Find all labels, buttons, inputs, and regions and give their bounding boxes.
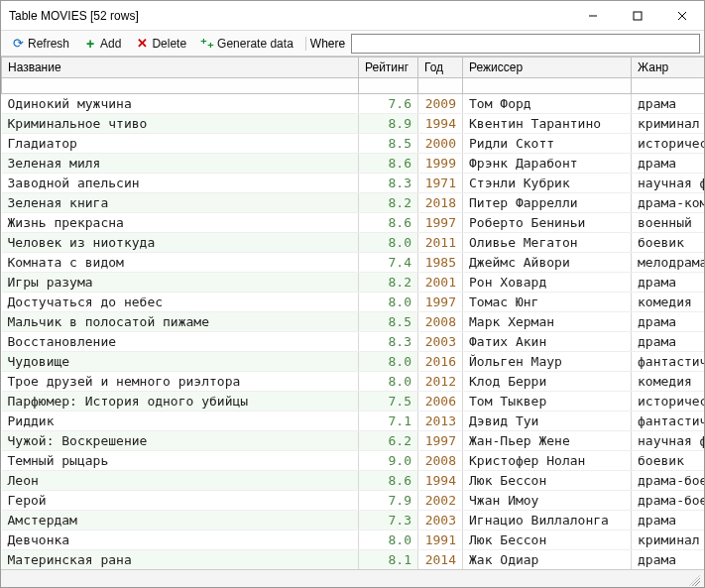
cell-rating[interactable]: 8.1 bbox=[359, 550, 418, 570]
cell-rating[interactable]: 9.0 bbox=[359, 451, 418, 471]
cell-title[interactable]: Восстановление bbox=[2, 332, 359, 352]
cell-year[interactable]: 2013 bbox=[418, 412, 463, 431]
cell-genre[interactable]: драма-боеви bbox=[632, 471, 705, 491]
cell-rating[interactable]: 7.1 bbox=[359, 412, 418, 431]
cell-year[interactable]: 2018 bbox=[418, 193, 463, 213]
table-row[interactable]: Заводной апельсин8.31971Стэнли Кубрикнау… bbox=[2, 174, 705, 193]
col-header-director[interactable]: Режиссер bbox=[463, 58, 632, 78]
cell-rating[interactable]: 8.2 bbox=[359, 273, 418, 293]
maximize-button[interactable] bbox=[615, 1, 659, 30]
table-row[interactable]: Материнская рана8.12014Жак Одиардрама bbox=[2, 550, 705, 570]
cell-director[interactable]: Чжан Имоу bbox=[463, 491, 632, 511]
cell-genre[interactable]: фантастичес bbox=[632, 352, 705, 372]
table-row[interactable]: Жизнь прекрасна8.61997Роберто Бениньивое… bbox=[2, 213, 705, 233]
cell-title[interactable]: Парфюмер: История одного убийцы bbox=[2, 392, 359, 412]
cell-title[interactable]: Темный рыцарь bbox=[2, 451, 359, 471]
cell-genre[interactable]: драма bbox=[632, 94, 705, 114]
cell-rating[interactable]: 8.6 bbox=[359, 154, 418, 174]
cell-genre[interactable]: боевик bbox=[632, 451, 705, 471]
minimize-button[interactable] bbox=[570, 1, 615, 30]
cell-year[interactable]: 2003 bbox=[418, 511, 463, 530]
cell-director[interactable]: Том Форд bbox=[463, 94, 632, 114]
cell-genre[interactable]: комедия bbox=[632, 293, 705, 312]
cell-year[interactable]: 1997 bbox=[418, 213, 463, 233]
cell-year[interactable]: 2014 bbox=[418, 550, 463, 570]
cell-year[interactable]: 2008 bbox=[418, 312, 463, 332]
cell-director[interactable]: Люк Бессон bbox=[463, 471, 632, 491]
table-row[interactable]: Достучаться до небес8.01997Томас Юнгкоме… bbox=[2, 293, 705, 312]
cell-title[interactable]: Чудовище bbox=[2, 352, 359, 372]
data-grid[interactable]: Название Рейтинг Год Режиссер Жанр Одино… bbox=[1, 57, 704, 569]
table-row[interactable]: Герой7.92002Чжан Имоудрама-боеви bbox=[2, 491, 705, 511]
cell-genre[interactable]: драма-боеви bbox=[632, 491, 705, 511]
cell-director[interactable]: Стэнли Кубрик bbox=[463, 174, 632, 193]
cell-genre[interactable]: фантастичес bbox=[632, 412, 705, 431]
cell-year[interactable]: 1997 bbox=[418, 293, 463, 312]
table-row[interactable]: Восстановление8.32003Фатих Акиндрама bbox=[2, 332, 705, 352]
cell-title[interactable]: Зеленая миля bbox=[2, 154, 359, 174]
col-header-rating[interactable]: Рейтинг bbox=[359, 58, 418, 78]
table-row[interactable]: Парфюмер: История одного убийцы7.52006То… bbox=[2, 392, 705, 412]
cell-title[interactable]: Гладиатор bbox=[2, 134, 359, 154]
cell-title[interactable]: Криминальное чтиво bbox=[2, 114, 359, 134]
filter-director[interactable] bbox=[463, 78, 632, 94]
cell-genre[interactable]: боевик bbox=[632, 233, 705, 253]
cell-director[interactable]: Кристофер Нолан bbox=[463, 451, 632, 471]
cell-director[interactable]: Йольген Маур bbox=[463, 352, 632, 372]
cell-title[interactable]: Трое друзей и немного риэлтора bbox=[2, 372, 359, 392]
cell-director[interactable]: Игнацио Виллалонга bbox=[463, 511, 632, 530]
table-row[interactable]: Темный рыцарь9.02008Кристофер Ноланбоеви… bbox=[2, 451, 705, 471]
generate-data-button[interactable]: ⁺₊ Generate data bbox=[194, 34, 299, 54]
cell-genre[interactable]: военный bbox=[632, 213, 705, 233]
cell-director[interactable]: Жак Одиар bbox=[463, 550, 632, 570]
cell-genre[interactable]: драма bbox=[632, 312, 705, 332]
table-row[interactable]: Зеленая миля8.61999Фрэнк Дарабонтдрама bbox=[2, 154, 705, 174]
cell-title[interactable]: Достучаться до небес bbox=[2, 293, 359, 312]
cell-director[interactable]: Джеймс Айвори bbox=[463, 253, 632, 273]
cell-title[interactable]: Герой bbox=[2, 491, 359, 511]
cell-title[interactable]: Заводной апельсин bbox=[2, 174, 359, 193]
cell-rating[interactable]: 6.2 bbox=[359, 431, 418, 451]
cell-director[interactable]: Питер Фаррелли bbox=[463, 193, 632, 213]
cell-genre[interactable]: криминал bbox=[632, 114, 705, 134]
cell-year[interactable]: 1971 bbox=[418, 174, 463, 193]
cell-director[interactable]: Фрэнк Дарабонт bbox=[463, 154, 632, 174]
cell-year[interactable]: 1985 bbox=[418, 253, 463, 273]
refresh-button[interactable]: ⟳ Refresh bbox=[5, 34, 75, 54]
cell-title[interactable]: Человек из ниоткуда bbox=[2, 233, 359, 253]
cell-rating[interactable]: 7.9 bbox=[359, 491, 418, 511]
cell-year[interactable]: 1999 bbox=[418, 154, 463, 174]
col-header-genre[interactable]: Жанр bbox=[632, 58, 705, 78]
cell-director[interactable]: Роберто Бениньи bbox=[463, 213, 632, 233]
cell-title[interactable]: Девчонка bbox=[2, 530, 359, 550]
cell-year[interactable]: 1991 bbox=[418, 530, 463, 550]
table-row[interactable]: Риддик7.12013Дэвид Туифантастичес bbox=[2, 412, 705, 431]
cell-title[interactable]: Комната с видом bbox=[2, 253, 359, 273]
cell-year[interactable]: 2001 bbox=[418, 273, 463, 293]
cell-rating[interactable]: 8.0 bbox=[359, 293, 418, 312]
cell-director[interactable]: Ридли Скотт bbox=[463, 134, 632, 154]
close-button[interactable] bbox=[659, 1, 704, 30]
cell-director[interactable]: Фатих Акин bbox=[463, 332, 632, 352]
cell-title[interactable]: Зеленая книга bbox=[2, 193, 359, 213]
cell-year[interactable]: 1994 bbox=[418, 114, 463, 134]
cell-year[interactable]: 2006 bbox=[418, 392, 463, 412]
cell-year[interactable]: 1994 bbox=[418, 471, 463, 491]
cell-year[interactable]: 1997 bbox=[418, 431, 463, 451]
where-input[interactable] bbox=[351, 34, 700, 54]
cell-director[interactable]: Рон Ховард bbox=[463, 273, 632, 293]
cell-director[interactable]: Дэвид Туи bbox=[463, 412, 632, 431]
table-row[interactable]: Гладиатор8.52000Ридли Скоттисторически bbox=[2, 134, 705, 154]
cell-director[interactable]: Квентин Тарантино bbox=[463, 114, 632, 134]
delete-button[interactable]: ✕ Delete bbox=[129, 34, 192, 54]
cell-genre[interactable]: мелодрама bbox=[632, 253, 705, 273]
cell-year[interactable]: 2009 bbox=[418, 94, 463, 114]
cell-rating[interactable]: 8.0 bbox=[359, 233, 418, 253]
table-row[interactable]: Девчонка8.01991Люк Бессонкриминал bbox=[2, 530, 705, 550]
cell-rating[interactable]: 8.2 bbox=[359, 193, 418, 213]
cell-director[interactable]: Жан-Пьер Жене bbox=[463, 431, 632, 451]
cell-genre[interactable]: научная фан bbox=[632, 431, 705, 451]
table-row[interactable]: Трое друзей и немного риэлтора8.02012Кло… bbox=[2, 372, 705, 392]
table-row[interactable]: Зеленая книга8.22018Питер Фарреллидрама-… bbox=[2, 193, 705, 213]
cell-director[interactable]: Люк Бессон bbox=[463, 530, 632, 550]
